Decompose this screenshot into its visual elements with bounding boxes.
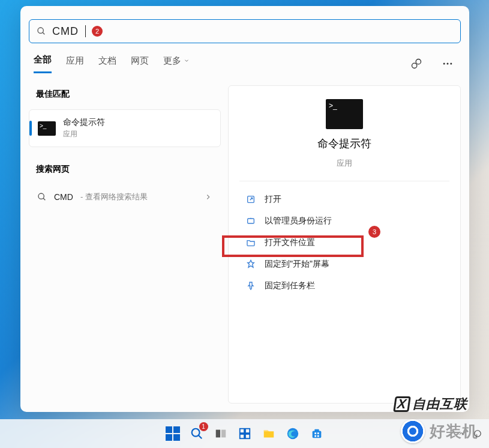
chevron-right-icon: [204, 193, 212, 201]
web-search-hint: - 查看网络搜索结果: [80, 192, 148, 202]
folder-icon: [245, 237, 256, 248]
action-run-as-admin-label: 以管理员身份运行: [265, 216, 332, 226]
svg-point-7: [38, 193, 44, 199]
result-subtitle: 应用: [63, 129, 105, 139]
filter-tabs: 全部 应用 文档 网页 更多: [20, 43, 469, 73]
tab-apps[interactable]: 应用: [66, 55, 84, 73]
svg-rect-16: [245, 429, 249, 433]
best-match-result[interactable]: 命令提示符 应用: [29, 109, 221, 147]
svg-rect-24: [314, 435, 316, 437]
svg-point-11: [191, 429, 199, 437]
action-open-file-location[interactable]: 打开文件位置: [229, 232, 460, 253]
action-pin-taskbar-label: 固定到任务栏: [265, 280, 315, 291]
preview-pane: 命令提示符 应用 打开 以管理员身份运行 打开文件位置: [228, 85, 461, 404]
watermark-brand2: 好装机: [401, 419, 478, 443]
results-left: 最佳匹配 命令提示符 应用 搜索网页 CMD - 查看网络搜索结果: [29, 85, 221, 404]
svg-line-1: [43, 32, 44, 34]
result-title: 命令提示符: [63, 117, 105, 128]
annotation-badge-2: 2: [92, 26, 103, 37]
pin-icon: [245, 280, 256, 291]
taskbar-search[interactable]: 1: [188, 425, 206, 443]
search-input-wrapper[interactable]: CMD 2: [29, 19, 461, 43]
divider: [239, 181, 449, 181]
preview-subtitle: 应用: [337, 158, 352, 169]
action-pin-start[interactable]: 固定到"开始"屏幕: [229, 253, 460, 275]
search-icon: [37, 192, 47, 202]
shield-icon: [245, 216, 256, 226]
microsoft-store[interactable]: [308, 425, 326, 443]
svg-point-2: [412, 63, 417, 68]
watermark-logo-icon: [401, 419, 425, 443]
svg-line-12: [198, 435, 202, 439]
web-search-term: CMD: [54, 192, 73, 202]
svg-rect-18: [245, 434, 249, 438]
action-pin-taskbar[interactable]: 固定到任务栏: [229, 275, 460, 297]
svg-line-8: [43, 198, 45, 200]
web-search-row[interactable]: CMD - 查看网络搜索结果: [29, 183, 221, 211]
action-run-as-admin[interactable]: 以管理员身份运行: [229, 210, 460, 232]
preview-app-icon: [326, 99, 363, 129]
edge-browser[interactable]: [284, 425, 302, 443]
action-pin-start-label: 固定到"开始"屏幕: [265, 259, 329, 270]
tab-documents[interactable]: 文档: [98, 55, 116, 73]
windows-search-panel: CMD 2 全部 应用 文档 网页 更多 最佳匹配 命令提示符 应用: [20, 6, 469, 412]
selection-indicator: [29, 121, 32, 136]
taskbar-search-badge: 1: [199, 422, 208, 431]
results-columns: 最佳匹配 命令提示符 应用 搜索网页 CMD - 查看网络搜索结果: [20, 73, 469, 412]
taskbar-center: 1: [164, 425, 326, 443]
tab-all[interactable]: 全部: [34, 54, 52, 73]
preview-title: 命令提示符: [317, 136, 371, 151]
svg-point-0: [38, 28, 43, 33]
svg-rect-17: [239, 434, 244, 438]
action-open-label: 打开: [265, 194, 281, 205]
svg-rect-13: [215, 430, 220, 438]
more-options-icon[interactable]: [439, 55, 456, 72]
web-search-label: 搜索网页: [29, 160, 221, 178]
start-icon: [166, 426, 180, 441]
action-open[interactable]: 打开: [229, 189, 460, 210]
best-match-label: 最佳匹配: [29, 85, 221, 103]
open-icon: [245, 194, 256, 205]
svg-rect-14: [221, 430, 225, 438]
pin-icon: [245, 259, 256, 270]
action-list: 打开 以管理员身份运行 打开文件位置 固定到"开始"屏幕 固定到任务栏: [229, 185, 460, 300]
tab-more[interactable]: 更多: [163, 55, 190, 73]
text-cursor: [85, 25, 86, 37]
file-explorer[interactable]: [260, 425, 278, 443]
svg-rect-15: [239, 429, 244, 433]
watermark-brand1: X自由互联: [394, 395, 467, 413]
account-link-icon[interactable]: [408, 55, 425, 72]
tab-web[interactable]: 网页: [131, 55, 149, 73]
start-button[interactable]: [164, 425, 182, 443]
cmd-app-icon: [38, 121, 56, 136]
svg-point-5: [447, 63, 449, 65]
action-open-file-location-label: 打开文件位置: [265, 237, 315, 248]
svg-rect-23: [317, 432, 319, 434]
task-view[interactable]: [212, 425, 230, 443]
svg-rect-20: [312, 431, 321, 438]
svg-rect-10: [248, 219, 254, 223]
svg-point-3: [416, 59, 421, 64]
search-query-text: CMD: [52, 25, 79, 38]
svg-rect-22: [314, 432, 316, 434]
widgets[interactable]: [236, 425, 254, 443]
svg-point-6: [450, 63, 452, 65]
svg-rect-25: [317, 435, 319, 437]
svg-rect-21: [314, 429, 319, 432]
search-icon: [37, 26, 46, 36]
svg-point-4: [443, 63, 445, 65]
